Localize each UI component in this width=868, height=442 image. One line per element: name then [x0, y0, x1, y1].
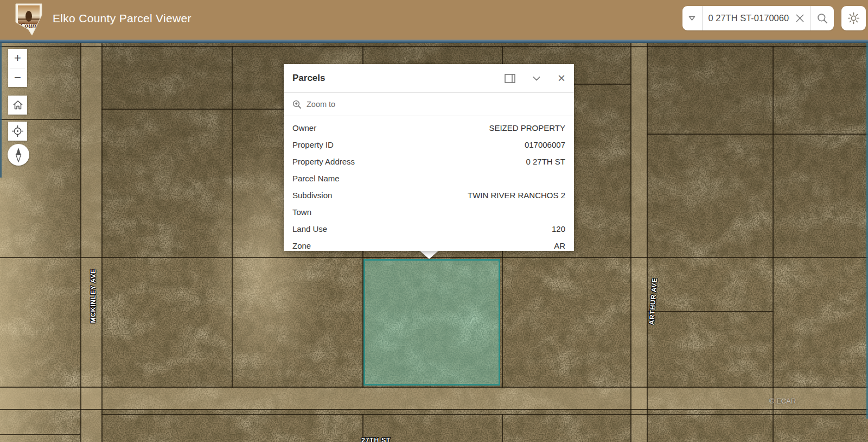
attribute-table: Owner SEIZED PROPERTY Property ID 017006…: [284, 116, 574, 251]
search-input[interactable]: 0 27TH ST-017006007: [703, 13, 790, 23]
field-value: 120: [552, 224, 565, 233]
popup-title: Parcels: [292, 73, 326, 84]
parcel-grid-line: [0, 387, 868, 388]
zoom-to-icon: [292, 100, 302, 109]
parcel-grid-line: [101, 42, 103, 442]
field-label: Land Use: [292, 224, 327, 233]
attribute-row: Subdivsion TWIN RIVER RANCHOS 2: [284, 187, 574, 204]
road-arthur-ave: [631, 42, 647, 442]
parcel-grid-line: [101, 414, 868, 415]
field-value: 0 27TH ST: [526, 157, 565, 166]
field-label: Property Address: [292, 157, 355, 166]
field-label: Parcel Name: [292, 174, 340, 183]
parcel-grid-line: [80, 42, 81, 442]
collapse-chevron-icon[interactable]: [533, 76, 540, 81]
attribute-row: Property ID 017006007: [284, 136, 574, 153]
parcel-grid-line: [630, 42, 631, 442]
search-icon[interactable]: [811, 6, 834, 30]
attribute-row: Owner SEIZED PROPERTY: [284, 119, 574, 136]
street-label-mckinley: MCKINLEY AVE: [90, 269, 97, 323]
locate-button[interactable]: [8, 122, 27, 141]
field-value: TWIN RIVER RANCHOS 2: [468, 191, 565, 200]
field-label: Property ID: [292, 140, 334, 149]
search-dropdown-chevron-icon[interactable]: [682, 6, 702, 30]
attribute-row: Town: [284, 204, 574, 220]
app-title: Elko County Parcel Viewer: [53, 12, 192, 25]
road-mckinley-ave: [81, 42, 101, 442]
parcel-viewer-app: MCKINLEY AVE ARTHUR AVE 27TH ST © ECAR +…: [0, 0, 868, 442]
attribute-row: Property Address 0 27TH ST: [284, 153, 574, 170]
app-header: County Elko County Parcel Viewer 0 27TH …: [0, 0, 868, 40]
sun-icon: [847, 12, 860, 24]
parcel-grid-line: [0, 46, 868, 47]
zoom-in-button[interactable]: +: [8, 49, 27, 68]
search-box: 0 27TH ST-017006007: [682, 6, 834, 30]
light-mode-toggle-button[interactable]: [841, 6, 866, 30]
compass-needle-icon: [14, 147, 23, 162]
field-label: Subdivsion: [292, 191, 332, 200]
close-icon[interactable]: ×: [558, 74, 565, 83]
field-value: AR: [554, 241, 565, 250]
parcel-grid-line: [567, 84, 631, 85]
clear-search-icon[interactable]: [789, 6, 810, 30]
zoom-widget: + −: [8, 49, 27, 87]
attribute-row: Zone AR: [284, 237, 574, 251]
road-27th-st: [0, 388, 868, 409]
map-attribution: © ECAR: [769, 397, 796, 405]
popup-actions: ×: [505, 74, 565, 83]
field-label: Owner: [292, 123, 316, 132]
elko-county-logo: County: [13, 2, 44, 37]
field-label: Town: [292, 207, 311, 217]
selected-parcel-highlight[interactable]: [363, 259, 500, 386]
parcel-grid-line: [0, 434, 80, 435]
map-top-boundary-line: [0, 40, 868, 43]
parcel-grid-line: [647, 134, 868, 135]
parcel-popup: Parcels ×: [284, 64, 574, 251]
field-value: SEIZED PROPERTY: [489, 123, 565, 132]
zoom-out-button[interactable]: −: [8, 68, 27, 87]
parcel-grid-line: [232, 46, 233, 388]
attribute-row: Land Use 120: [284, 220, 574, 237]
compass-button[interactable]: [8, 144, 29, 166]
attribute-row: Parcel Name: [284, 170, 574, 187]
parcel-grid-line: [0, 119, 80, 120]
home-icon: [12, 100, 23, 110]
parcel-grid-line: [101, 109, 285, 110]
field-label: Zone: [292, 241, 311, 250]
parcel-grid-line: [647, 42, 648, 442]
popup-pointer: [420, 251, 438, 259]
field-value: 017006007: [525, 140, 565, 149]
parcel-grid-line: [502, 414, 503, 442]
parcel-grid-line: [0, 409, 868, 410]
parcel-grid-line: [773, 46, 774, 442]
zoom-to-label: Zoom to: [307, 100, 335, 109]
zoom-to-action[interactable]: Zoom to: [284, 93, 574, 116]
home-button[interactable]: [8, 96, 27, 115]
map-left-boundary-line: [0, 43, 2, 178]
locate-icon: [11, 125, 24, 137]
parcel-grid-line: [647, 311, 773, 312]
dock-icon[interactable]: [505, 74, 515, 83]
street-label-27th: 27TH ST: [361, 437, 391, 442]
map-canvas[interactable]: MCKINLEY AVE ARTHUR AVE 27TH ST © ECAR +…: [0, 40, 868, 442]
popup-header: Parcels ×: [284, 64, 574, 92]
